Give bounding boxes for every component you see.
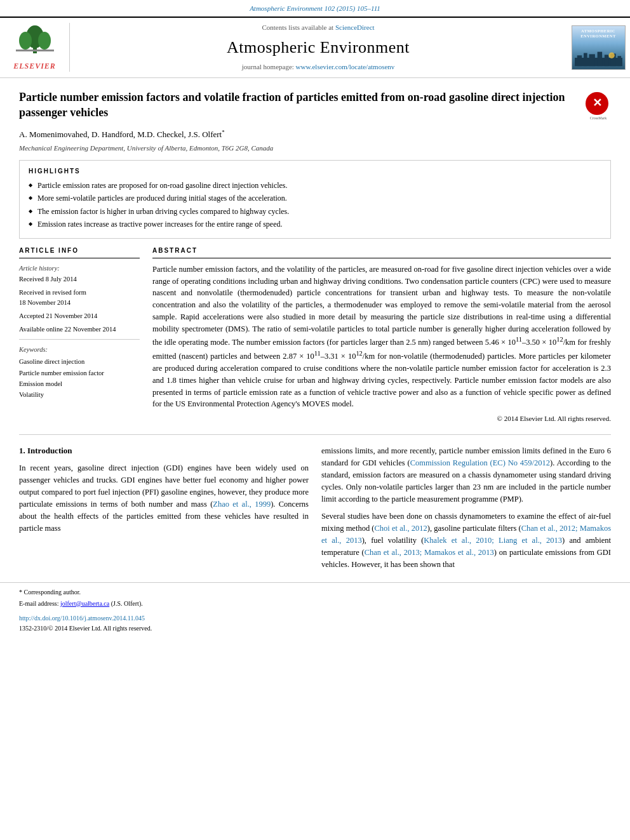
ref-khalek2010-liang2013[interactable]: Khalek et al., 2010; Liang et al., 2013 — [424, 536, 562, 545]
email-link[interactable]: jolfert@ualberta.ca — [60, 600, 109, 607]
journal-ref-text: Atmospheric Environment 102 (2015) 105–1… — [250, 4, 380, 12]
authors-text: A. Momenimovahed, D. Handford, M.D. Chec… — [19, 130, 222, 140]
svg-rect-6 — [577, 55, 582, 66]
intro-body-col2-p2: Several studies have been done on chassi… — [321, 510, 611, 571]
crossmark-icon: ✕ — [586, 92, 608, 115]
copyright-text: © 2014 Elsevier Ltd. All rights reserved… — [152, 414, 611, 424]
svg-rect-4 — [16, 50, 54, 51]
article-title: Particle number emission factors and vol… — [19, 90, 578, 121]
highlight-item-4: Emission rates increase as tractive powe… — [29, 219, 601, 230]
elsevier-logo: ELSEVIER — [0, 23, 70, 72]
ref-choi2012[interactable]: Choi et al., 2012 — [375, 524, 427, 533]
ref-commission-reg[interactable]: Commission Regulation (EC) No 459/2012 — [410, 458, 550, 467]
highlight-item-2: More semi-volatile particles are produce… — [29, 193, 601, 204]
intro-col-right: emissions limits, and more recently, par… — [321, 445, 611, 576]
highlights-section: HIGHLIGHTS Particle emission rates are p… — [19, 160, 611, 239]
doi-link[interactable]: http://dx.doi.org/10.1016/j.atmosenv.201… — [19, 615, 145, 622]
keywords-label: Keywords: — [19, 345, 140, 354]
article-info-column: ARTICLE INFO Article history: Received 8… — [19, 246, 140, 424]
author-note: * — [222, 129, 225, 135]
abstract-text: Particle number emission factors, and th… — [152, 263, 611, 410]
homepage-text: journal homepage: www.elsevier.com/locat… — [76, 62, 560, 72]
svg-point-2 — [19, 32, 32, 50]
intro-title: 1. Introduction — [19, 445, 309, 457]
journal-reference-bar: Atmospheric Environment 102 (2015) 105–1… — [0, 0, 630, 17]
science-direct-text: Contents lists available at ScienceDirec… — [76, 23, 560, 33]
crossmark-label: CrossMark — [586, 116, 611, 121]
journal-title: Atmospheric Environment — [76, 36, 560, 60]
keyword-2: Particle number emission factor — [19, 368, 140, 378]
crossmark-badge: ✕ CrossMark — [586, 92, 611, 121]
article-title-section: Particle number emission factors and vol… — [19, 78, 611, 129]
highlights-title: HIGHLIGHTS — [29, 167, 601, 177]
highlight-item-3: The emission factor is higher in urban d… — [29, 206, 601, 217]
elsevier-tree-icon — [13, 23, 57, 60]
keyword-1: Gasoline direct injection — [19, 357, 140, 366]
history-label: Article history: — [19, 263, 140, 273]
keyword-3: Emission model — [19, 379, 140, 389]
intro-body-col2-p1: emissions limits, and more recently, par… — [321, 445, 611, 505]
atm-env-logo: ATMOSPHERICENVIRONMENT — [572, 25, 626, 70]
revised-value: Received in revised form18 November 2014 — [19, 288, 140, 307]
intro-body-col1: In recent years, gasoline direct injecti… — [19, 462, 309, 535]
svg-rect-8 — [589, 54, 594, 66]
atm-env-logo-title: ATMOSPHERICENVIRONMENT — [580, 29, 616, 39]
affiliation-line: Mechanical Engineering Department, Unive… — [19, 143, 611, 154]
intro-col-left: 1. Introduction In recent years, gasolin… — [19, 445, 309, 576]
svg-rect-7 — [584, 53, 587, 66]
section-divider-1 — [19, 434, 611, 435]
abstract-header: ABSTRACT — [152, 246, 611, 258]
introduction-section: 1. Introduction In recent years, gasolin… — [19, 445, 611, 576]
journal-header: ELSEVIER Contents lists available at Sci… — [0, 17, 630, 78]
accepted-value: Accepted 21 November 2014 — [19, 311, 140, 321]
svg-point-3 — [38, 32, 51, 50]
received-value: Received 8 July 2014 — [19, 274, 140, 284]
footnote-email: E-mail address: jolfert@ualberta.ca (J.S… — [19, 599, 611, 609]
header-center: Contents lists available at ScienceDirec… — [70, 23, 566, 72]
issn-text: 1352-2310/© 2014 Elsevier Ltd. All right… — [19, 624, 611, 634]
svg-rect-10 — [604, 55, 608, 66]
homepage-link[interactable]: www.elsevier.com/locate/atmosenv — [296, 63, 395, 70]
ref-zhao1999[interactable]: Zhao et al., 1999 — [213, 500, 271, 509]
article-info-abstract-section: ARTICLE INFO Article history: Received 8… — [19, 246, 611, 424]
elsevier-brand-text: ELSEVIER — [13, 61, 56, 72]
svg-rect-12 — [617, 56, 621, 66]
highlights-list: Particle emission rates are proposed for… — [29, 180, 601, 230]
page-footer: * Corresponding author. E-mail address: … — [0, 582, 630, 638]
article-info-header: ARTICLE INFO — [19, 246, 140, 258]
science-direct-link[interactable]: ScienceDirect — [335, 23, 375, 31]
svg-rect-9 — [597, 51, 602, 66]
available-online-value: Available online 22 November 2014 — [19, 324, 140, 334]
abstract-column: ABSTRACT Particle number emission factor… — [152, 246, 611, 424]
ref-chan2013-mamakos2013[interactable]: Chan et al., 2013; Mamakos et al., 2013 — [365, 548, 494, 557]
footnote-corresponding: * Corresponding author. — [19, 588, 611, 597]
main-content: Particle number emission factors and vol… — [0, 78, 630, 577]
atm-env-logo-area: ATMOSPHERICENVIRONMENT — [566, 25, 630, 70]
highlight-item-1: Particle emission rates are proposed for… — [29, 180, 601, 191]
info-divider — [19, 339, 140, 340]
authors-line: A. Momenimovahed, D. Handford, M.D. Chec… — [19, 128, 611, 141]
svg-point-13 — [608, 52, 614, 58]
keyword-4: Volatility — [19, 390, 140, 399]
